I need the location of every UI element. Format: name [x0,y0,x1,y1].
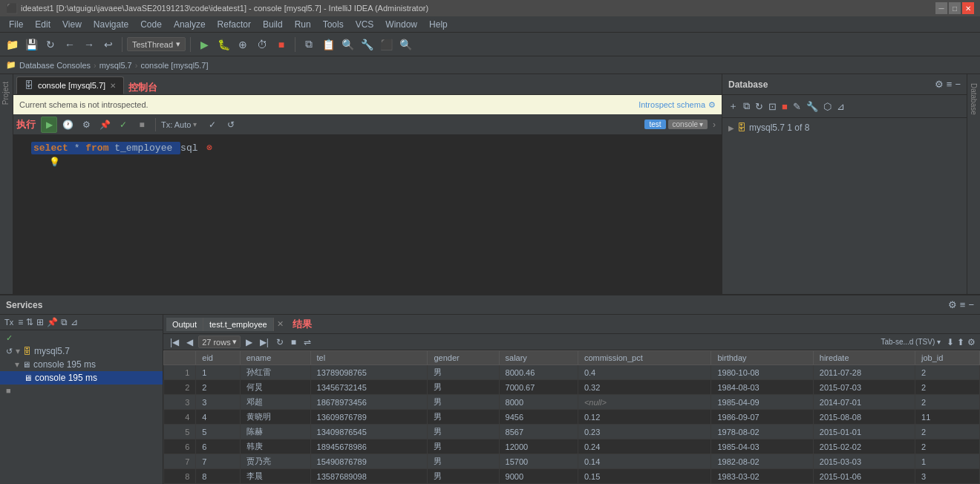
coverage-button[interactable]: ⊕ [234,36,252,53]
db-tree-item-mysql[interactable]: ▶ 🗄 mysql5.7 1 of 8 [722,121,967,134]
menu-refactor[interactable]: Refactor [212,18,257,31]
services-pin-icon[interactable]: 📌 [47,317,58,327]
db-edit-icon[interactable]: ✎ [791,99,803,114]
menu-vcs[interactable]: VCS [350,18,380,31]
results-next-icon[interactable]: ▶ [244,336,255,348]
menu-code[interactable]: Code [134,18,168,31]
services-copy-icon[interactable]: ⧉ [61,317,68,327]
stop-small-button[interactable]: ■ [134,117,150,133]
services-filter-icon[interactable]: ⊿ [71,317,78,327]
close-tab-icon[interactable]: ✕ [274,318,287,330]
gear-icon[interactable]: ⚙ [708,100,716,110]
breadcrumb-console[interactable]: console [mysql5.7] [140,61,208,70]
services-settings-icon[interactable]: ⚙ [948,299,957,310]
test-table-tab[interactable]: test.t_employee [203,318,274,331]
menu-view[interactable]: View [56,18,88,31]
results-first-icon[interactable]: |◀ [168,336,181,348]
paste-button[interactable]: 📋 [319,36,337,53]
results-settings-icon[interactable]: ⚙ [967,337,976,347]
db-config-icon[interactable]: 🔧 [805,99,820,114]
console-badge[interactable]: console ▾ [668,120,708,129]
copy-button[interactable]: ⧉ [300,36,318,53]
search-button[interactable]: 🔍 [396,36,414,53]
services-body: Tx ≡ ⇅ ⊞ 📌 ⧉ ⊿ ✓ ↺ ▾ 🗄 mysql5.7 [0,315,980,484]
sync-button[interactable]: ↻ [42,36,59,53]
db-stop-icon[interactable]: ■ [780,99,789,114]
results-last-icon[interactable]: ▶| [258,336,271,348]
introspect-link[interactable]: Introspect schema [638,100,705,109]
settings-button[interactable]: ⚙ [78,117,94,133]
profile-button[interactable]: ⏱ [253,36,271,53]
minimize-button[interactable]: ─ [935,2,947,14]
breadcrumb-database-consoles[interactable]: Database Consoles [19,61,91,70]
console-tab[interactable]: 🗄 console [mysql5.7] ✕ [16,76,124,94]
results-compare-icon[interactable]: ⇌ [301,336,313,348]
menu-run[interactable]: Run [289,18,317,31]
commit-button[interactable]: ✓ [204,117,220,133]
open-folder-button[interactable]: 📁 [3,36,21,53]
table-cell: 0.24 [578,439,711,454]
close-button[interactable]: ✕ [962,2,974,14]
menu-edit[interactable]: Edit [29,18,56,31]
services-sort-icon[interactable]: ⇅ [26,317,33,327]
db-settings-icon[interactable]: ⚙ [935,79,944,90]
row-number-cell: 6 [164,439,196,454]
run-config-dropdown[interactable]: TestThread ▾ [127,37,186,51]
find-button[interactable]: 🔍 [339,36,356,53]
output-tab[interactable]: Output [166,318,203,331]
db-filter-icon[interactable]: ⊡ [767,99,778,114]
db-close-icon[interactable]: − [955,79,961,90]
rollback-button[interactable]: ↺ [223,117,239,133]
services-group-icon[interactable]: ⊞ [36,317,44,327]
results-download-icon[interactable]: ⬇ [947,337,954,347]
services-layout-icon[interactable]: ≡ [960,299,966,310]
debug-button[interactable]: 🐛 [215,36,232,53]
restore-button[interactable]: □ [949,2,961,14]
menu-window[interactable]: Window [379,18,423,31]
services-stop-icon: ■ [6,386,11,395]
forward-button[interactable]: → [80,36,98,53]
run-button[interactable]: ▶ [195,36,213,53]
execute-button[interactable]: ▶ [41,117,57,133]
project-tab[interactable]: Project [0,74,13,112]
menu-analyze[interactable]: Analyze [168,18,212,31]
stop-button[interactable]: ■ [272,36,290,53]
menu-tools[interactable]: Tools [317,18,350,31]
console-tab-close[interactable]: ✕ [110,82,116,90]
results-upload-icon[interactable]: ⬆ [957,337,964,347]
menu-build[interactable]: Build [257,18,289,31]
rows-dropdown[interactable]: 27 rows ▾ [198,336,241,348]
row-number-cell: 5 [164,425,196,439]
results-stop-icon[interactable]: ■ [289,336,298,348]
db-layout-icon[interactable]: ≡ [947,79,953,90]
db-refresh-icon[interactable]: ↻ [754,99,765,114]
menu-navigate[interactable]: Navigate [88,18,134,31]
code-editor[interactable]: select * from t_employee sql ⊗ 💡 [13,135,722,294]
db-expand-icon[interactable]: ⬡ [822,99,833,114]
menu-file[interactable]: File [3,18,29,31]
table-cell: 7000.67 [499,380,578,395]
test-badge[interactable]: test [644,120,665,129]
db-add-icon[interactable]: ＋ [727,98,739,114]
services-mysql-item[interactable]: ↺ ▾ 🗄 mysql5.7 [0,344,163,358]
db-copy-icon[interactable]: ⧉ [742,99,751,114]
pin-button[interactable]: 📌 [97,117,113,133]
back-button[interactable]: ← [61,36,79,53]
results-refresh-icon[interactable]: ↻ [274,336,286,348]
undo-button[interactable]: ↩ [99,36,117,53]
services-console-selected[interactable]: 🖥 console 195 ms [0,371,163,385]
breadcrumb-mysql[interactable]: mysql5.7 [99,61,132,70]
results-prev-icon[interactable]: ◀ [184,336,195,348]
database-side-tab[interactable]: Database [968,77,979,121]
history-button[interactable]: 🕐 [59,117,76,133]
terminal-button[interactable]: ⬛ [377,36,395,53]
services-list-icon[interactable]: ≡ [18,317,23,327]
check-button[interactable]: ✓ [115,117,131,133]
services-minimize-icon[interactable]: − [968,299,974,310]
db-funnel-icon[interactable]: ⊿ [835,99,846,114]
wrench-button[interactable]: 🔧 [358,36,376,53]
title-bar-controls: ─ □ ✕ [935,2,974,14]
menu-help[interactable]: Help [423,18,454,31]
save-button[interactable]: 💾 [22,36,40,53]
services-console-parent[interactable]: ▾ 🖥 console 195 ms [0,358,163,371]
